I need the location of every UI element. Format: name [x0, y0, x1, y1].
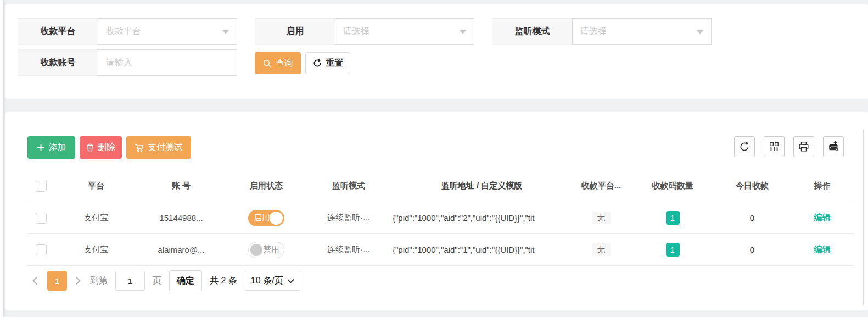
printer-icon: [798, 141, 809, 152]
page-size-label: 10 条/页: [251, 275, 283, 287]
chevron-down-icon: [460, 30, 466, 34]
listen-mode-filter-label: 监听模式: [492, 18, 572, 45]
trash-icon: [86, 143, 94, 152]
toggle-knob: [270, 212, 283, 225]
enabled-filter-label: 启用: [255, 18, 335, 45]
account-input[interactable]: [106, 58, 229, 68]
pagination: 1 到第 页 确定 共 2 条 10 条/页: [32, 270, 300, 292]
qr-count-badge[interactable]: 1: [666, 243, 680, 257]
status-toggle-off[interactable]: 禁用: [248, 242, 284, 258]
chevron-right-icon: [75, 276, 81, 286]
cell-template: {"pid":"1000","aid":"2","uid":"{{UID}}",…: [390, 213, 571, 223]
cell-today: 0: [714, 245, 791, 254]
plus-icon: [37, 143, 45, 152]
cell-template: {"pid":"1000","aid":"1","uid":"{{UID}}",…: [390, 245, 571, 254]
cell-account: 15144988...: [137, 213, 225, 223]
platform-filter-label: 收款平台: [18, 18, 98, 45]
header-account: 账 号: [137, 181, 225, 191]
header-action: 操作: [791, 181, 854, 191]
export-button[interactable]: [823, 136, 844, 157]
listen-mode-filter-placeholder: 请选择: [580, 26, 607, 37]
table-row: 支付宝 15144988... 启用 连续监听·... {"pid":"1000…: [27, 202, 854, 234]
status-toggle-label: 启用: [254, 213, 270, 223]
chevron-left-icon: [32, 276, 38, 286]
qr-count-badge[interactable]: 1: [666, 211, 680, 225]
pay-test-button[interactable]: 支付测试: [126, 136, 191, 159]
search-button[interactable]: 查询: [255, 52, 301, 74]
filter-panel: 收款平台 收款平台 启用 请选择 监听模式 请选择 收款账号 查询: [5, 4, 868, 99]
columns-icon: [769, 141, 780, 152]
cell-listen-mode: 连续监听·...: [307, 213, 390, 223]
goto-confirm-button[interactable]: 确定: [169, 270, 202, 291]
search-icon: [262, 59, 272, 68]
goto-prefix-label: 到第: [90, 275, 108, 287]
table-row: 支付宝 alaimaro@... 禁用 连续监听·... {"pid":"100…: [27, 234, 854, 266]
header-template: 监听地址 / 自定义模版: [390, 181, 571, 191]
pay-test-button-label: 支付测试: [148, 142, 183, 153]
row-checkbox[interactable]: [36, 244, 47, 255]
search-button-label: 查询: [276, 58, 293, 69]
refresh-icon: [312, 58, 322, 68]
cell-platform-extra: 无: [592, 243, 611, 256]
next-page-button[interactable]: [75, 275, 82, 287]
export-icon: [828, 141, 839, 152]
cell-today: 0: [714, 213, 791, 223]
add-button-label: 添加: [49, 142, 66, 153]
status-toggle-on[interactable]: 启用: [248, 210, 284, 226]
header-qr-count: 收款码数量: [631, 181, 714, 191]
row-checkbox[interactable]: [36, 213, 47, 224]
platform-filter-select[interactable]: 收款平台: [98, 18, 237, 45]
active-page-button[interactable]: 1: [47, 271, 67, 291]
filter-group-enabled: 启用 请选择: [255, 18, 474, 45]
goto-suffix-label: 页: [153, 275, 161, 287]
cell-account: alaimaro@...: [137, 245, 225, 254]
filter-group-account: 收款账号: [18, 49, 237, 76]
filter-group-listen-mode: 监听模式 请选择: [492, 18, 712, 45]
columns-toggle-button[interactable]: [764, 136, 785, 157]
filter-group-platform: 收款平台 收款平台: [18, 18, 237, 45]
cell-platform: 支付宝: [55, 244, 137, 255]
delete-button[interactable]: 删除: [80, 136, 122, 159]
cell-listen-mode: 连续监听·...: [307, 244, 390, 255]
header-platform: 平台: [55, 181, 137, 191]
fixed-column-divider: [863, 129, 864, 305]
cell-platform-extra: 无: [592, 212, 611, 224]
add-button[interactable]: 添加: [27, 136, 75, 159]
enabled-filter-select[interactable]: 请选择: [335, 18, 474, 45]
goto-page-input[interactable]: [115, 271, 145, 291]
header-today: 今日收款: [714, 181, 791, 191]
chevron-down-icon: [697, 30, 703, 34]
select-all-checkbox[interactable]: [36, 181, 47, 192]
account-filter-label: 收款账号: [18, 49, 98, 76]
enabled-filter-placeholder: 请选择: [343, 26, 369, 37]
status-toggle-label: 禁用: [263, 244, 279, 255]
left-edge-strip: [0, 0, 3, 317]
reset-button[interactable]: 重置: [305, 52, 350, 74]
chevron-down-icon: [287, 279, 294, 283]
delete-button-label: 删除: [98, 142, 115, 153]
table-header-row: 平台 账 号 启用状态 监听模式 监听地址 / 自定义模版 收款平台... 收款…: [27, 170, 854, 202]
refresh-icon: [739, 141, 750, 152]
prev-page-button[interactable]: [32, 275, 40, 287]
header-status: 启用状态: [225, 181, 307, 191]
chevron-down-icon: [222, 30, 229, 34]
edit-link[interactable]: 编辑: [814, 244, 831, 255]
listen-mode-filter-select[interactable]: 请选择: [572, 18, 712, 45]
header-listen-mode: 监听模式: [307, 181, 390, 191]
table-panel: 添加 删除 支付测试: [5, 112, 868, 310]
header-platform-extra: 收款平台...: [571, 181, 631, 191]
reset-button-label: 重置: [326, 58, 344, 69]
cart-icon: [135, 143, 144, 152]
cell-platform: 支付宝: [55, 213, 137, 223]
platform-filter-placeholder: 收款平台: [106, 26, 141, 37]
total-count-label: 共 2 条: [210, 275, 237, 287]
print-button[interactable]: [793, 136, 814, 157]
page-size-select[interactable]: 10 条/页: [245, 271, 301, 291]
toggle-knob: [250, 244, 262, 256]
edit-link[interactable]: 编辑: [814, 213, 831, 223]
refresh-table-button[interactable]: [734, 136, 755, 157]
